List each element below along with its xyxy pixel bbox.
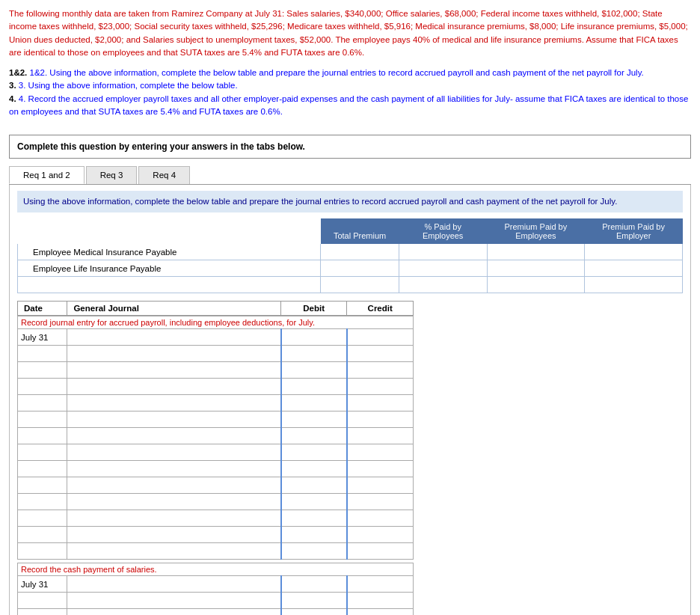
journal-row-4 — [18, 379, 414, 395]
input-medical-total[interactable] — [321, 244, 399, 260]
debit-input-3[interactable] — [285, 366, 343, 375]
input-life-by-emp[interactable] — [487, 260, 585, 277]
col-header-premium-by-emp: Premium Paid by Employees — [487, 219, 585, 244]
credit-input-9[interactable] — [351, 465, 410, 474]
tabs-row: Req 1 and 2 Req 3 Req 4 — [9, 166, 691, 185]
input-medical-by-er[interactable] — [585, 244, 683, 260]
input-life-total-field[interactable] — [325, 264, 394, 273]
journal-section-1: Date General Journal Debit Credit Record… — [17, 301, 683, 560]
label-medical: Employee Medical Insurance Payable — [18, 244, 321, 260]
debit-input-5[interactable] — [285, 399, 343, 408]
label-life: Employee Life Insurance Payable — [18, 260, 321, 277]
journal-row-6 — [18, 411, 414, 428]
debit-input-14[interactable] — [285, 547, 343, 556]
date-cell-1: July 31 — [18, 329, 67, 346]
debit-cell-1[interactable] — [281, 329, 347, 346]
debit-input-12[interactable] — [285, 514, 343, 523]
debit-input-s1[interactable] — [285, 580, 343, 589]
col-date-header: Date — [18, 302, 67, 316]
debit-input-13[interactable] — [285, 530, 343, 539]
credit-input-7[interactable] — [351, 432, 410, 441]
instructions: 1&2. 1&2. Using the above information, c… — [9, 67, 691, 118]
debit-input-7[interactable] — [285, 432, 343, 441]
premium-table: Total Premium % Paid by Employees Premiu… — [17, 218, 683, 293]
credit-input-10[interactable] — [351, 481, 410, 490]
credit-input-14[interactable] — [351, 547, 410, 556]
desc-input-12[interactable] — [70, 514, 277, 523]
instruction-line3: 4. 4. Record the accrued employer payrol… — [9, 93, 691, 119]
credit-input-12[interactable] — [351, 514, 410, 523]
input-life-by-emp-field[interactable] — [492, 264, 580, 273]
credit-input-s1[interactable] — [351, 580, 410, 589]
input-life-pct[interactable] — [399, 260, 487, 277]
credit-input-2[interactable] — [351, 349, 410, 358]
desc-input-s2[interactable] — [70, 596, 277, 605]
debit-input-1[interactable] — [285, 333, 343, 342]
debit-input-8[interactable] — [285, 448, 343, 457]
credit-input-5[interactable] — [351, 399, 410, 408]
tab-req4[interactable]: Req 4 — [138, 166, 190, 184]
input-life-by-er[interactable] — [585, 260, 683, 277]
desc-input-9[interactable] — [70, 465, 277, 474]
journal-row-3 — [18, 362, 414, 379]
debit-input-4[interactable] — [285, 382, 343, 391]
desc-input-11[interactable] — [70, 498, 277, 507]
journal-row-11 — [18, 494, 414, 510]
input-medical-pct[interactable] — [399, 244, 487, 260]
desc-input-2[interactable] — [70, 349, 277, 358]
instruction-line1: 1&2. 1&2. Using the above information, c… — [9, 67, 691, 79]
credit-input-4[interactable] — [351, 382, 410, 391]
table-row-life: Employee Life Insurance Payable — [18, 260, 683, 277]
desc-input-1[interactable] — [70, 333, 277, 342]
journal-row-s2 — [18, 593, 414, 609]
journal-table-1: July 31 — [17, 328, 414, 560]
debit-input-11[interactable] — [285, 498, 343, 507]
journal-row-13 — [18, 527, 414, 543]
desc-input-7[interactable] — [70, 432, 277, 441]
debit-input-2[interactable] — [285, 349, 343, 358]
table-row-medical: Employee Medical Insurance Payable — [18, 244, 683, 260]
record-note-2: Record the cash payment of salaries. — [17, 563, 414, 575]
desc-input-6[interactable] — [70, 415, 277, 424]
journal-row-s3 — [18, 609, 414, 615]
input-medical-pct-field[interactable] — [404, 248, 482, 257]
input-medical-total-field[interactable] — [325, 248, 394, 257]
credit-input-8[interactable] — [351, 448, 410, 457]
debit-input-s2[interactable] — [285, 596, 343, 605]
credit-cell-1[interactable] — [347, 329, 413, 346]
input-life-by-er-field[interactable] — [589, 264, 678, 273]
credit-input-13[interactable] — [351, 530, 410, 539]
desc-input-8[interactable] — [70, 448, 277, 457]
date-cell-s1: July 31 — [18, 576, 67, 593]
credit-input-11[interactable] — [351, 498, 410, 507]
col-journal-header: General Journal — [67, 302, 281, 316]
input-medical-by-emp-field[interactable] — [492, 248, 580, 257]
debit-input-6[interactable] — [285, 415, 343, 424]
credit-input-3[interactable] — [351, 366, 410, 375]
complete-box-text: Complete this question by entering your … — [17, 141, 305, 152]
col-header-pct-employees: % Paid by Employees — [399, 219, 487, 244]
tab-req1and2[interactable]: Req 1 and 2 — [9, 166, 85, 184]
credit-input-1[interactable] — [351, 333, 410, 342]
journal-row-9 — [18, 461, 414, 477]
desc-input-3[interactable] — [70, 366, 277, 375]
journal-row-12 — [18, 510, 414, 527]
debit-input-9[interactable] — [285, 465, 343, 474]
input-medical-by-er-field[interactable] — [589, 248, 678, 257]
tab-req3[interactable]: Req 3 — [86, 166, 138, 184]
input-medical-by-emp[interactable] — [487, 244, 585, 260]
desc-input-13[interactable] — [70, 530, 277, 539]
credit-input-s2[interactable] — [351, 596, 410, 605]
desc-input-10[interactable] — [70, 481, 277, 490]
journal-table-2: July 31 — [17, 575, 414, 615]
desc-input-5[interactable] — [70, 399, 277, 408]
desc-cell-1[interactable] — [67, 329, 282, 346]
desc-input-s1[interactable] — [70, 580, 277, 589]
debit-input-10[interactable] — [285, 481, 343, 490]
input-life-total[interactable] — [321, 260, 399, 277]
credit-input-6[interactable] — [351, 415, 410, 424]
journal-row-2 — [18, 346, 414, 362]
input-life-pct-field[interactable] — [404, 264, 482, 273]
desc-input-14[interactable] — [70, 547, 277, 556]
desc-input-4[interactable] — [70, 382, 277, 391]
